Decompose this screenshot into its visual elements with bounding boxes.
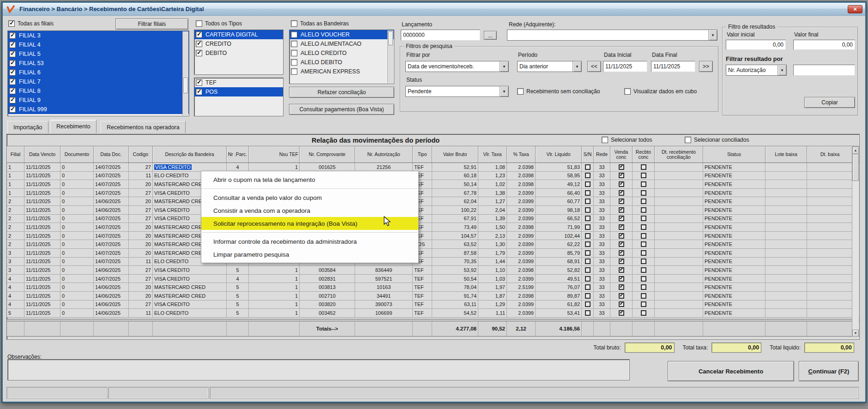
bandeiras-scrollbar[interactable] [387, 30, 393, 83]
filiais-listbox[interactable]: FILIAL 3FILIAL 4FILIAL 5FILIAL 53FILIAL … [7, 30, 189, 116]
sn-checkbox[interactable] [585, 250, 591, 256]
recbto-checkbox[interactable] [641, 259, 646, 264]
checkbox-icon[interactable] [9, 60, 16, 66]
checkbox-icon[interactable] [291, 31, 297, 38]
column-header-tipo[interactable]: Tipo [413, 146, 432, 162]
column-header-data_vencto[interactable]: Data Vencto [24, 146, 60, 162]
recbto-checkbox[interactable] [641, 233, 646, 239]
chevron-down-icon[interactable]: ▼ [500, 86, 508, 96]
close-button[interactable]: ✕ [848, 5, 862, 13]
rede-combobox[interactable]: ▼ [507, 30, 717, 41]
periodo-next-button[interactable]: >> [699, 61, 713, 72]
sn-checkbox[interactable] [585, 181, 591, 187]
observacoes-textarea[interactable] [7, 359, 630, 380]
canais-listbox[interactable]: TEFPOS [194, 78, 283, 116]
sn-checkbox[interactable] [585, 233, 591, 239]
table-row[interactable]: 311/11/2025014/07/202520MASTERCARD CREDT… [7, 249, 859, 258]
cancelar-recebimento-button[interactable]: Cancelar Recebimento [668, 361, 794, 381]
checkbox-icon[interactable] [196, 79, 202, 86]
filtrar-resultado-field[interactable] [793, 65, 855, 76]
tab-recebimento[interactable]: Recebimento [50, 120, 96, 133]
table-row[interactable]: 411/11/2025014/06/202520MASTERCARD CRED5… [7, 283, 859, 292]
canal-list-item[interactable]: POS [194, 87, 283, 96]
recbto-checkbox[interactable] [641, 224, 646, 230]
column-header-filial[interactable]: Filial [7, 146, 24, 162]
lancamento-browse-button[interactable]: ... [484, 31, 497, 40]
chevron-down-icon[interactable]: ▼ [778, 65, 786, 75]
recbto-checkbox[interactable] [641, 267, 646, 273]
sn-checkbox[interactable] [585, 216, 591, 221]
table-row[interactable]: 211/11/2025014/06/202527VISA CREDITOTEF1… [7, 206, 859, 215]
recbto-checkbox[interactable] [641, 173, 646, 178]
visualizar-cubo-checkbox[interactable]: Visualizar dados em cubo [624, 88, 697, 95]
venda-checkbox[interactable] [619, 293, 624, 299]
selecionar-todos-checkbox[interactable]: Selecionar todos [602, 137, 652, 143]
table-row[interactable]: 411/11/2025014/07/202527VISA CREDITO4100… [7, 275, 859, 283]
checkbox-icon[interactable] [291, 68, 297, 75]
periodo-prev-button[interactable]: << [587, 61, 601, 72]
venda-checkbox[interactable] [619, 241, 624, 247]
continuar-button[interactable]: Continuar (F2) [799, 361, 859, 381]
bandeira-list-item[interactable]: ALELO ALIMENTACAO [289, 39, 394, 48]
scroll-up-icon[interactable]: ▲ [852, 147, 859, 154]
filial-list-item[interactable]: FILIAL 8 [8, 86, 189, 96]
recbto-checkbox[interactable] [641, 164, 646, 170]
todas-bandeiras-checkbox[interactable]: Todas as Bandeiras [291, 20, 349, 27]
recbto-checkbox[interactable] [641, 241, 646, 247]
recebimento-sem-conciliacao-checkbox[interactable]: Recebimento sem conciliação [517, 88, 600, 95]
table-row[interactable]: 211/11/2025014/07/202527VISA CREDITOTEF6… [7, 215, 859, 223]
context-menu-item[interactable]: Consultar a venda pelo valor do cupom [201, 191, 418, 204]
sn-checkbox[interactable] [585, 301, 591, 307]
recbto-checkbox[interactable] [641, 301, 646, 307]
column-header-venda[interactable]: Venda conc [610, 146, 633, 162]
valor-final-field[interactable]: 0,00 [793, 40, 855, 50]
column-header-autorizacao[interactable]: Nr. Autorização [355, 146, 413, 162]
venda-checkbox[interactable] [619, 190, 624, 196]
tab-importacao[interactable]: Importação [7, 121, 48, 133]
venda-checkbox[interactable] [619, 224, 624, 230]
venda-checkbox[interactable] [619, 207, 624, 213]
column-header-lote[interactable]: Lote baixa [766, 146, 807, 162]
column-header-pct[interactable]: % Taxa [507, 146, 536, 162]
column-header-codigo[interactable]: Codigo [129, 146, 153, 162]
column-header-comprovante[interactable]: Nr. Comprovante [300, 146, 355, 162]
column-header-dt_baixa[interactable]: Dt. baixa [807, 146, 853, 162]
checkbox-icon[interactable] [9, 69, 16, 76]
column-header-rede[interactable]: Rede [594, 146, 610, 162]
sn-checkbox[interactable] [585, 164, 591, 170]
table-row[interactable]: 311/11/2025014/06/202527VISA CREDITO5100… [7, 266, 859, 275]
chevron-down-icon[interactable]: ▼ [500, 61, 508, 72]
venda-checkbox[interactable] [619, 310, 624, 316]
column-header-sn[interactable]: S/N [582, 146, 594, 162]
bandeira-list-item[interactable]: ALELO VOUCHER [289, 30, 394, 39]
sn-checkbox[interactable] [585, 293, 591, 299]
chevron-down-icon[interactable]: ▼ [573, 61, 581, 72]
recbto-checkbox[interactable] [641, 198, 646, 204]
venda-checkbox[interactable] [619, 259, 624, 264]
table-row[interactable]: 211/11/2025014/07/202520MASTERCARD CREDT… [7, 232, 859, 241]
table-row[interactable]: 111/11/2025014/07/202527VISA CREDITOTEF6… [7, 189, 859, 198]
filial-list-item[interactable]: FILIAL 5 [8, 49, 189, 59]
todos-tipos-checkbox[interactable]: Todos os Tipos [196, 20, 242, 27]
sn-checkbox[interactable] [585, 173, 591, 178]
checkbox-icon[interactable] [291, 41, 297, 47]
filial-list-item[interactable]: FILIAL 6 [8, 68, 189, 77]
venda-checkbox[interactable] [619, 284, 624, 290]
data-final-field[interactable]: 11/11/2025 [651, 61, 695, 72]
sn-checkbox[interactable] [585, 310, 591, 316]
sn-checkbox[interactable] [585, 284, 591, 290]
checkbox-icon[interactable] [196, 50, 202, 56]
filial-list-item[interactable]: FILIAL 999 [8, 105, 189, 114]
table-row[interactable]: 211/11/2025014/07/202520MASTERCARD CREDT… [7, 223, 859, 232]
filial-list-item[interactable]: FILIAL 4 [8, 40, 189, 49]
venda-checkbox[interactable] [619, 267, 624, 273]
table-row[interactable]: 111/11/2025014/07/202511ELO CREDITOTEF60… [7, 172, 859, 180]
valor-inicial-field[interactable]: 0,00 [726, 40, 786, 50]
checkbox-icon[interactable] [9, 97, 16, 103]
filiais-scrollbar[interactable] [182, 31, 188, 115]
grid-scrollbar[interactable]: ▲ ▼ [852, 147, 859, 337]
column-header-parc[interactable]: Nr .Parc. [227, 146, 249, 162]
tipo-list-item[interactable]: DEBITO [194, 48, 283, 58]
column-header-status[interactable]: Status [703, 146, 766, 162]
venda-checkbox[interactable] [619, 173, 624, 178]
